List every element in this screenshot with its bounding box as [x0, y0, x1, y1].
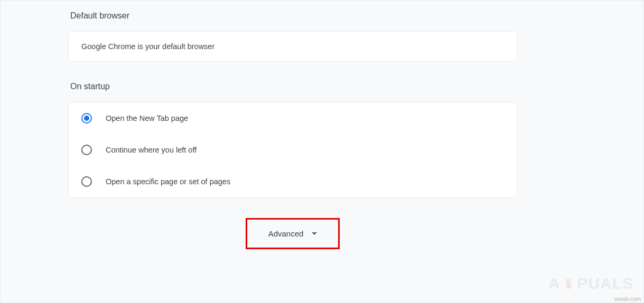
advanced-button[interactable]: Advanced	[246, 218, 340, 249]
settings-content: Default browser Google Chrome is your de…	[68, 11, 517, 249]
mascot-icon	[561, 276, 576, 291]
watermark-suffix: PUALS	[577, 274, 633, 292]
startup-option-label: Open a specific page or set of pages	[106, 177, 230, 186]
watermark-logo: A PUALS	[548, 274, 633, 292]
advanced-wrapper: Advanced	[68, 218, 517, 249]
on-startup-card: Open the New Tab page Continue where you…	[68, 102, 517, 198]
source-label: wsxdn.com	[614, 296, 641, 302]
chevron-down-icon	[312, 232, 317, 235]
watermark-prefix: A	[548, 274, 561, 292]
default-browser-card: Google Chrome is your default browser	[68, 31, 517, 62]
radio-selected-icon	[81, 113, 92, 124]
default-browser-title: Default browser	[68, 11, 517, 21]
svg-point-0	[566, 279, 571, 284]
startup-option-new-tab[interactable]: Open the New Tab page	[69, 102, 517, 134]
startup-option-label: Continue where you left off	[106, 146, 197, 154]
radio-unselected-icon	[81, 176, 92, 187]
startup-option-label: Open the New Tab page	[106, 114, 188, 122]
radio-unselected-icon	[81, 145, 92, 155]
advanced-button-label: Advanced	[268, 229, 304, 238]
settings-page: Default browser Google Chrome is your de…	[0, 0, 644, 303]
startup-option-continue[interactable]: Continue where you left off	[69, 134, 517, 166]
svg-rect-1	[566, 284, 571, 288]
startup-option-specific-page[interactable]: Open a specific page or set of pages	[69, 166, 517, 197]
default-browser-status: Google Chrome is your default browser	[69, 32, 517, 61]
on-startup-title: On startup	[68, 82, 517, 91]
